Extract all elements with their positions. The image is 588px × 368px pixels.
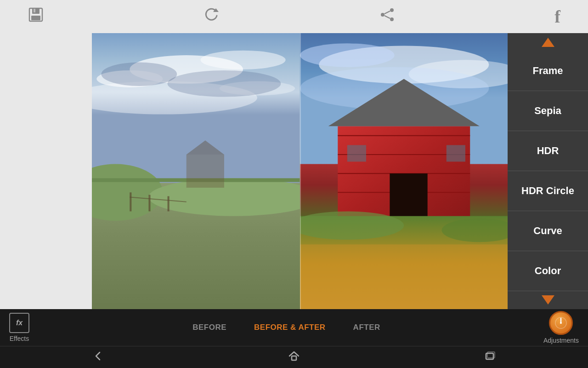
svg-point-30 xyxy=(300,43,395,67)
after-button[interactable]: AFTER xyxy=(353,323,380,332)
sidebar-scroll-down[interactable] xyxy=(508,291,588,309)
svg-rect-40 xyxy=(347,145,366,161)
svg-rect-45 xyxy=(300,244,508,309)
left-panel xyxy=(0,33,92,309)
sidebar-item-curve[interactable]: Curve xyxy=(508,211,588,251)
svg-point-16 xyxy=(102,62,177,86)
arrow-down-icon xyxy=(542,295,554,305)
sidebar-item-color[interactable]: Color xyxy=(508,251,588,291)
before-after-button[interactable]: BEFORE & AFTER xyxy=(254,323,326,332)
svg-point-48 xyxy=(560,322,562,324)
svg-rect-24 xyxy=(168,196,170,212)
svg-rect-3 xyxy=(31,16,40,20)
adjustments-button[interactable]: Adjustments xyxy=(543,311,579,344)
arrow-up-icon xyxy=(542,38,554,47)
sidebar-item-hdr-circle[interactable]: HDR Circle xyxy=(508,171,588,211)
sidebar-scroll-up[interactable] xyxy=(508,33,588,51)
bottom-toolbar: fx Effects BEFORE BEFORE & AFTER AFTER A… xyxy=(0,309,588,346)
share-icon[interactable] xyxy=(379,6,396,27)
adjustments-label: Adjustments xyxy=(543,337,579,344)
svg-line-9 xyxy=(384,16,390,18)
svg-rect-23 xyxy=(148,195,150,211)
facebook-icon[interactable]: f xyxy=(554,6,560,27)
right-sidebar: Frame Sepia HDR HDR Circle Curve Color xyxy=(508,33,588,309)
back-nav-icon[interactable] xyxy=(91,350,104,365)
svg-rect-39 xyxy=(390,173,427,221)
save-icon[interactable] xyxy=(28,6,44,27)
view-options: BEFORE BEFORE & AFTER AFTER xyxy=(192,323,380,332)
image-divider xyxy=(300,33,301,309)
home-nav-icon[interactable] xyxy=(288,350,300,365)
svg-rect-49 xyxy=(292,356,296,360)
main-content: Frame Sepia HDR HDR Circle Curve Color xyxy=(0,33,588,309)
sidebar-item-hdr[interactable]: HDR xyxy=(508,131,588,171)
svg-rect-22 xyxy=(130,192,131,211)
svg-rect-41 xyxy=(446,145,465,161)
before-button[interactable]: BEFORE xyxy=(192,323,226,332)
recent-apps-icon[interactable] xyxy=(484,350,497,365)
svg-point-5 xyxy=(390,8,394,12)
svg-point-17 xyxy=(168,70,281,97)
effects-label: Effects xyxy=(10,335,29,342)
svg-rect-1 xyxy=(32,8,40,14)
effects-button[interactable]: fx Effects xyxy=(9,313,29,342)
image-area xyxy=(92,33,508,309)
android-nav xyxy=(0,346,588,368)
after-image xyxy=(300,33,508,309)
before-image xyxy=(92,33,300,309)
refresh-icon[interactable] xyxy=(203,6,220,27)
svg-rect-2 xyxy=(34,9,35,12)
top-toolbar: f xyxy=(0,0,588,33)
svg-point-7 xyxy=(381,13,384,17)
effects-icon: fx xyxy=(9,313,29,333)
sidebar-item-sepia[interactable]: Sepia xyxy=(508,91,588,131)
svg-line-8 xyxy=(384,11,390,14)
sidebar-item-frame[interactable]: Frame xyxy=(508,51,588,91)
svg-point-6 xyxy=(390,17,394,21)
adjustments-icon xyxy=(549,311,573,335)
svg-rect-26 xyxy=(187,155,224,188)
svg-point-12 xyxy=(201,51,286,69)
